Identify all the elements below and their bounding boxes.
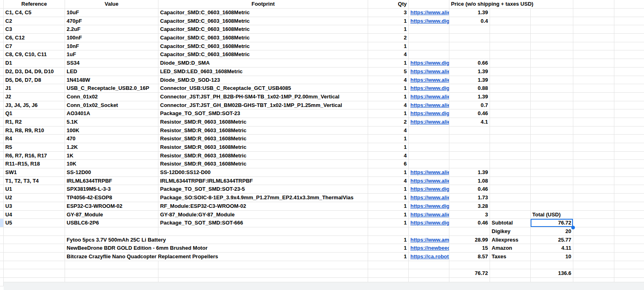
footprint-cell[interactable] (158, 244, 368, 253)
empty-cell[interactable] (614, 84, 644, 93)
link-cell[interactable] (409, 126, 449, 135)
header-empty-cell[interactable] (531, 0, 573, 9)
column-header-footprint[interactable]: Footprint (158, 0, 368, 9)
qty-cell[interactable]: 1 (368, 25, 409, 34)
total-cell[interactable] (531, 261, 573, 270)
reference-cell[interactable]: R6, R7, R16, R17 (4, 152, 65, 160)
qty-cell[interactable]: 5 (368, 68, 409, 76)
empty-cell[interactable] (614, 227, 644, 236)
price-cell[interactable]: 8.57 (449, 253, 490, 261)
empty-cell[interactable] (573, 143, 614, 152)
column-header-price[interactable]: Price (w/o shipping + taxes USD) (449, 0, 490, 9)
total-cell[interactable] (531, 160, 573, 168)
empty-cell[interactable] (573, 135, 614, 143)
reference-cell[interactable]: J1 (4, 84, 65, 93)
link-cell[interactable]: https://newbeedr (409, 244, 449, 253)
value-cell[interactable]: SS-12D00 (65, 168, 158, 177)
supplier-link[interactable]: https://www.digik (410, 186, 449, 192)
supplier-link[interactable]: https://newbeedr (410, 245, 449, 251)
value-cell[interactable]: AO3401A (65, 109, 158, 118)
header-empty-cell[interactable] (614, 0, 644, 9)
total-cell[interactable] (531, 17, 573, 26)
price-cell[interactable] (449, 126, 490, 135)
price-cell[interactable]: 1.39 (449, 93, 490, 101)
empty-cell[interactable] (573, 185, 614, 194)
supplier-link[interactable]: https://www.aliex (410, 9, 449, 15)
footprint-cell[interactable]: GY-87_Module:GY-87_Module (158, 211, 368, 219)
supplier-link[interactable]: https://www.aliex (410, 119, 449, 125)
value-cell[interactable]: ESP32-C3-WROOM-02 (65, 202, 158, 211)
reference-cell[interactable]: U4 (4, 211, 65, 219)
footprint-cell[interactable] (158, 261, 368, 270)
qty-cell[interactable]: 1 (368, 17, 409, 26)
total-cell[interactable] (531, 118, 573, 126)
reference-cell[interactable]: T1, T2, T3, T4 (4, 177, 65, 185)
link-cell[interactable]: https://www.aliex (409, 9, 449, 17)
empty-cell[interactable] (614, 253, 644, 261)
empty-cell[interactable] (573, 168, 614, 177)
footprint-cell[interactable]: RF_Module:ESP32-C3-WROOM-02 (158, 202, 368, 211)
value-cell[interactable]: Bitcraze Crazyflie Nano Quadcopter Repla… (65, 253, 158, 261)
qty-cell[interactable]: 4 (368, 152, 409, 160)
summary-label-cell[interactable] (490, 202, 531, 211)
summary-label-cell[interactable] (490, 269, 531, 278)
reference-cell[interactable]: C1, C4, C5 (4, 9, 65, 17)
reference-cell[interactable]: U5 (4, 219, 65, 227)
reference-cell[interactable] (4, 236, 65, 244)
footprint-cell[interactable]: Capacitor_SMD:C_0603_1608Metric (158, 17, 368, 26)
price-cell[interactable] (449, 50, 490, 59)
value-cell[interactable]: LED (65, 68, 158, 76)
price-cell[interactable]: 1.08 (449, 177, 490, 185)
total-cell[interactable] (531, 152, 573, 160)
footprint-cell[interactable]: Diode_SMD:D_SOD-123 (158, 76, 368, 85)
reference-cell[interactable]: SW1 (4, 168, 65, 177)
empty-cell[interactable] (573, 76, 614, 85)
total-cell[interactable]: Total (USD) (531, 211, 573, 219)
link-cell[interactable]: https://www.digik (409, 202, 449, 211)
total-cell[interactable] (531, 126, 573, 135)
price-cell[interactable]: 76.72 (449, 269, 490, 278)
footprint-cell[interactable]: Capacitor_SMD:C_0603_1608Metric (158, 42, 368, 51)
supplier-link[interactable]: https://www.aliex (410, 94, 449, 100)
total-cell[interactable]: 10 (531, 253, 573, 261)
empty-cell[interactable] (614, 244, 644, 253)
empty-cell[interactable] (573, 25, 614, 34)
summary-label-cell[interactable] (490, 152, 531, 160)
summary-label-cell[interactable] (490, 93, 531, 101)
reference-cell[interactable]: Q1 (4, 109, 65, 118)
column-header-qty[interactable]: Qty (368, 0, 409, 9)
link-cell[interactable]: https://www.digik (409, 84, 449, 93)
empty-cell[interactable] (614, 34, 644, 42)
qty-cell[interactable]: 1 (368, 185, 409, 194)
empty-cell[interactable] (614, 17, 644, 26)
reference-cell[interactable]: R4 (4, 135, 65, 143)
price-cell[interactable] (449, 152, 490, 160)
price-cell[interactable]: 1.39 (449, 9, 490, 17)
link-cell[interactable]: https://ca.robotsh (409, 253, 449, 261)
qty-cell[interactable]: 1 (368, 93, 409, 101)
reference-cell[interactable]: D5, D6, D7, D8 (4, 76, 65, 85)
value-cell[interactable]: 470 (65, 135, 158, 143)
value-cell[interactable]: 10nF (65, 42, 158, 51)
link-cell[interactable]: https://www.aliex (409, 211, 449, 219)
summary-label-cell[interactable] (490, 50, 531, 59)
footprint-cell[interactable]: Connector_USB:USB_C_Receptacle_GCT_USB40… (158, 84, 368, 93)
empty-cell[interactable] (573, 152, 614, 160)
price-cell[interactable]: 0.46 (449, 185, 490, 194)
empty-cell[interactable] (614, 101, 644, 110)
link-cell[interactable]: https://www.aliex (409, 168, 449, 177)
empty-cell[interactable] (614, 168, 644, 177)
link-cell[interactable]: https://www.aliex (409, 93, 449, 101)
empty-cell[interactable] (573, 177, 614, 185)
price-cell[interactable]: 0.88 (449, 84, 490, 93)
qty-cell[interactable]: 1 (368, 219, 409, 227)
empty-cell[interactable] (573, 17, 614, 26)
empty-cell[interactable] (614, 261, 644, 270)
price-cell[interactable]: 0.66 (449, 59, 490, 68)
empty-cell[interactable] (573, 93, 614, 101)
supplier-link[interactable]: https://www.aliex (410, 68, 449, 74)
summary-label-cell[interactable] (490, 84, 531, 93)
total-cell[interactable] (531, 59, 573, 68)
reference-cell[interactable] (4, 253, 65, 261)
link-cell[interactable]: https://www.digik (409, 109, 449, 118)
